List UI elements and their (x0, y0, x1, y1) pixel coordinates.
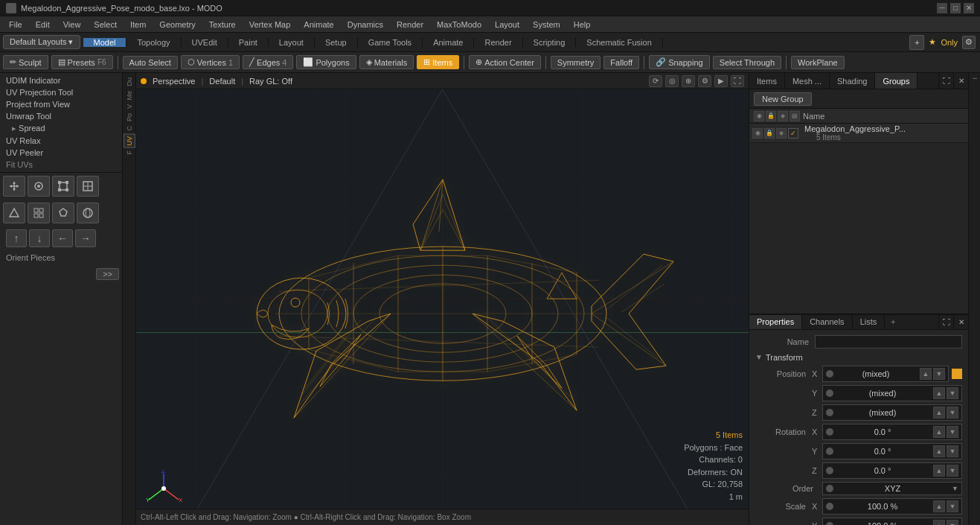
udim-indicator[interactable]: UDIM Indicator (0, 74, 122, 86)
tool-transform[interactable] (77, 176, 99, 197)
layout-settings-button[interactable]: ⚙ (962, 36, 976, 49)
tab-layout[interactable]: Layout (269, 38, 315, 47)
tab-items[interactable]: Items (749, 73, 785, 89)
tab-render[interactable]: Render (474, 38, 522, 47)
minimize-button[interactable]: ─ (937, 3, 947, 13)
menu-item[interactable]: Item (124, 19, 152, 31)
uv-relax[interactable]: UV Relax (0, 135, 122, 147)
menu-render[interactable]: Render (391, 19, 429, 31)
sculpt-button[interactable]: ✏ Sculpt (3, 55, 48, 69)
viewport-zoom-icon[interactable]: ⊕ (682, 75, 695, 87)
tab-setup[interactable]: Setup (315, 38, 358, 47)
tool-scale[interactable] (52, 176, 74, 197)
strip-label-uv[interactable]: UV (124, 134, 135, 148)
menu-select[interactable]: Select (88, 19, 123, 31)
symmetry-button[interactable]: Symmetry (551, 56, 601, 69)
tab-mesh[interactable]: Mesh ... (785, 73, 830, 89)
name-input[interactable]: (mixed) (815, 335, 962, 349)
scale-y-down[interactable]: ▼ (947, 520, 958, 526)
tab-schematic[interactable]: Schematic Fusion (576, 38, 662, 47)
menu-maxtomodo[interactable]: MaxToModo (431, 19, 487, 31)
tab-gametools[interactable]: Game Tools (358, 38, 423, 47)
tab-paint[interactable]: Paint (228, 38, 269, 47)
rot-y-up[interactable]: ▲ (933, 445, 945, 457)
spread-tool[interactable]: Spread (0, 122, 122, 135)
presets-button[interactable]: ▤ Presets F6 (51, 55, 113, 69)
tab-scripting[interactable]: Scripting (523, 38, 577, 47)
scale-x-down[interactable]: ▼ (947, 500, 958, 512)
menu-vertexmap[interactable]: Vertex Map (243, 19, 297, 31)
position-y-value[interactable]: (mixed) ▲ ▼ (822, 385, 962, 401)
materials-button[interactable]: ◈ Materials (359, 55, 414, 69)
tool-sphere[interactable] (77, 203, 99, 223)
render-icon[interactable]: ◈ (776, 128, 787, 139)
position-x-value[interactable]: (mixed) ▲ ▼ (822, 366, 949, 382)
group-row-0[interactable]: ◉ 🔒 ◈ ✓ Megalodon_Aggressive_P... 5 Item… (749, 124, 968, 143)
arrow-right[interactable]: → (75, 229, 96, 247)
tool-grid[interactable] (28, 203, 50, 223)
close-button[interactable]: ✕ (964, 3, 974, 13)
rotation-x-value[interactable]: 0.0 ° ▲ ▼ (822, 424, 962, 440)
menu-dynamics[interactable]: Dynamics (342, 19, 389, 31)
project-from-view[interactable]: Project from View (0, 98, 122, 110)
arrow-down[interactable]: ↓ (29, 229, 50, 247)
menu-view[interactable]: View (57, 19, 87, 31)
uv-peeler[interactable]: UV Peeler (0, 147, 122, 159)
scale-x-value[interactable]: 100.0 % ▲ ▼ (822, 498, 962, 515)
workplane-button[interactable]: WorkPlane (791, 56, 845, 69)
new-group-button[interactable]: New Group (754, 92, 812, 106)
close-icon[interactable]: ✕ (953, 73, 968, 89)
arrow-up[interactable]: ↑ (6, 229, 27, 247)
menu-layout[interactable]: Layout (489, 19, 525, 31)
viewport-expand-icon[interactable]: ▶ (714, 75, 728, 87)
pos-y-up[interactable]: ▲ (933, 387, 945, 399)
only-label[interactable]: Only (941, 38, 958, 47)
more-button[interactable]: >> (96, 268, 119, 280)
expand-icon[interactable]: ⛶ (938, 73, 953, 89)
menu-system[interactable]: System (527, 19, 566, 31)
order-value[interactable]: XYZ ▼ (822, 482, 962, 495)
tool-move[interactable] (3, 176, 25, 197)
props-tab-properties[interactable]: Properties (749, 315, 802, 329)
viewport-settings-icon[interactable]: ⚙ (698, 75, 711, 87)
viewport-rotate-icon[interactable]: ⟳ (649, 75, 662, 87)
unwrap-tool[interactable]: Unwrap Tool (0, 110, 122, 122)
rot-x-up[interactable]: ▲ (933, 426, 945, 438)
snapping-button[interactable]: 🔗 Snapping (649, 55, 710, 69)
menu-help[interactable]: Help (568, 19, 597, 31)
scale-y-value[interactable]: 100.0 % ▲ ▼ (822, 518, 962, 526)
viewport-render-mode[interactable]: Default (209, 77, 235, 86)
rot-y-down[interactable]: ▼ (947, 445, 958, 457)
pos-z-down[interactable]: ▼ (947, 407, 958, 419)
props-tab-lists[interactable]: Lists (853, 315, 885, 329)
scale-x-up[interactable]: ▲ (933, 500, 945, 512)
viewport-ray-label[interactable]: Ray GL: Off (249, 77, 292, 86)
menu-geometry[interactable]: Geometry (153, 19, 201, 31)
props-expand-icon[interactable]: ⛶ (938, 314, 953, 330)
tool-wireframe[interactable] (3, 203, 25, 223)
transform-section[interactable]: ▼ Transform (752, 351, 965, 364)
viewport-snap-icon[interactable]: ◎ (665, 75, 679, 87)
menu-edit[interactable]: Edit (30, 19, 56, 31)
menu-texture[interactable]: Texture (203, 19, 242, 31)
tab-animate[interactable]: Animate (423, 38, 474, 47)
position-z-value[interactable]: (mixed) ▲ ▼ (822, 404, 962, 421)
pos-x-down[interactable]: ▼ (933, 368, 945, 380)
check-icon[interactable]: ✓ (788, 128, 798, 139)
auto-select-button[interactable]: Auto Select (123, 56, 178, 69)
viewport-fullscreen-icon[interactable]: ⛶ (731, 75, 744, 87)
pos-x-up[interactable]: ▲ (920, 368, 932, 380)
tool-polygon2[interactable] (52, 203, 74, 223)
menu-animate[interactable]: Animate (298, 19, 339, 31)
arrow-left[interactable]: ← (52, 229, 73, 247)
action-center-button[interactable]: ⊕ Action Center (469, 55, 541, 69)
default-layouts-dropdown[interactable]: Default Layouts ▾ (3, 35, 80, 49)
add-layout-button[interactable]: + (909, 35, 924, 50)
edges-button[interactable]: ╱ Edges 4 (243, 55, 293, 69)
tab-topology[interactable]: Topology (126, 38, 181, 47)
polygons-button[interactable]: ⬜ Polygons (296, 55, 356, 69)
pos-z-up[interactable]: ▲ (933, 407, 945, 419)
rot-x-down[interactable]: ▼ (947, 426, 958, 438)
falloff-button[interactable]: Falloff (603, 56, 639, 69)
rot-z-up[interactable]: ▲ (933, 465, 945, 477)
